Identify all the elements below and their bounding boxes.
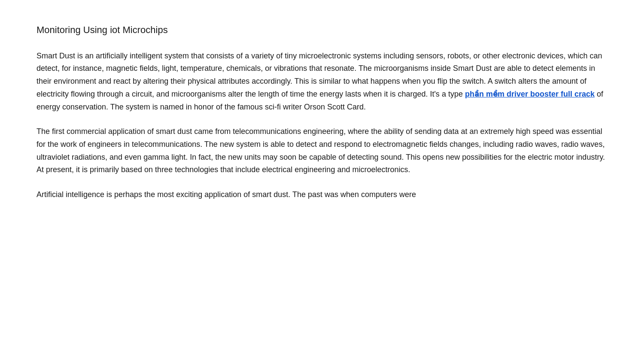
paragraph-2: The first commercial application of smar… bbox=[36, 125, 608, 176]
driver-booster-link[interactable]: phần mềm driver booster full crack bbox=[465, 90, 595, 98]
page-container: Monitoring Using iot Microchips Smart Du… bbox=[17, 0, 627, 231]
paragraph-3: Artificial intelligence is perhaps the m… bbox=[36, 188, 608, 201]
paragraph-1: Smart Dust is an artificially intelligen… bbox=[36, 50, 608, 113]
page-title: Monitoring Using iot Microchips bbox=[36, 24, 608, 37]
